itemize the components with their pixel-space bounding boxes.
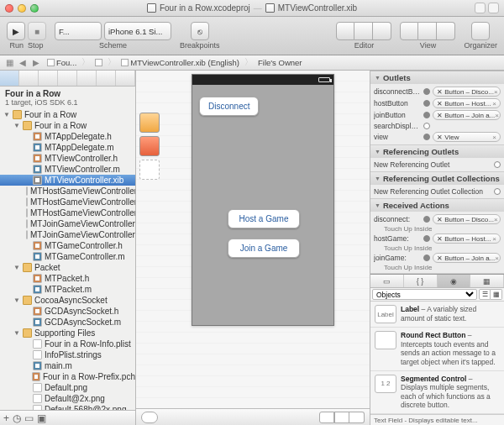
titlebar-aux-1[interactable] [475, 3, 486, 13]
action-row[interactable]: hostGame:✕ Button – Host... [374, 233, 501, 244]
library-tab-file-templates[interactable]: ▭ [370, 275, 404, 287]
tree-item[interactable]: InfoPlist.strings [0, 349, 135, 360]
ib-canvas[interactable]: Disconnect Host a Game Join a Game [136, 71, 370, 408]
scheme-target-popup[interactable]: F... [55, 22, 102, 40]
editor-standard-button[interactable] [336, 22, 354, 40]
ref-outlets-header[interactable]: Referencing Outlets [370, 145, 504, 158]
minimize-window-button[interactable] [18, 4, 26, 13]
jump-forward-button[interactable]: ▶ [30, 58, 42, 67]
ref-outlet-col-header[interactable]: Referencing Outlet Collections [370, 172, 504, 185]
tree-item[interactable]: MTJoinGameViewController.h [0, 218, 135, 229]
navigator-tab-debug[interactable] [77, 71, 97, 86]
view-debug-toggle[interactable] [418, 22, 437, 40]
simulated-device-view[interactable]: Disconnect Host a Game Join a Game [192, 74, 334, 326]
outlet-row[interactable]: disconnectButton✕ Button – Disco... [374, 86, 501, 97]
library-view-grid-button[interactable]: ▦ [491, 289, 502, 300]
tree-item[interactable]: ▼CocoaAsyncSocket [0, 295, 135, 306]
tree-item[interactable]: MTJoinGameViewController.m [0, 229, 135, 240]
library-view-list-button[interactable]: ☰ [479, 289, 491, 300]
library-tab-code-snippets[interactable]: { } [404, 275, 438, 287]
tree-item[interactable]: MTViewController.xib [0, 175, 135, 186]
tree-item[interactable]: MTViewController.h [0, 153, 135, 164]
nav-add-button[interactable]: + [3, 412, 9, 424]
tree-item[interactable]: MTHostGameViewController.h [0, 186, 135, 197]
canvas-layout-button-1[interactable] [319, 412, 334, 423]
tree-item[interactable]: MTGameController.h [0, 240, 135, 251]
tree-item[interactable]: Four in a Row-Prefix.pch [0, 371, 135, 382]
outlet-row[interactable]: searchDisplayController [374, 121, 501, 131]
nav-filter-recent-icon[interactable]: ◷ [13, 412, 21, 424]
navigator-tab-symbol[interactable] [19, 71, 39, 86]
disconnect-button[interactable]: Disconnect [199, 97, 259, 116]
editor-version-button[interactable] [373, 22, 391, 40]
received-actions-header[interactable]: Received Actions [370, 199, 504, 212]
library-tab-media[interactable]: ▦ [470, 275, 504, 287]
view-navigator-toggle[interactable] [400, 22, 418, 40]
jump-related-button[interactable]: ▦ [3, 58, 15, 67]
tree-item[interactable]: GCDAsyncSocket.m [0, 317, 135, 328]
navigator-tab-project[interactable] [0, 71, 19, 86]
action-row[interactable]: disconnect:✕ Button – Disco... [374, 213, 501, 225]
outlet-row[interactable]: hostButton✕ Button – Host... [374, 97, 501, 109]
tree-item[interactable]: Four in a Row-Info.plist [0, 338, 135, 349]
tree-item[interactable]: ▼Supporting Files [0, 328, 135, 338]
tree-item[interactable]: MTAppDelegate.m [0, 142, 135, 153]
project-header[interactable]: Four in a Row 1 target, iOS SDK 6.1 [0, 87, 135, 109]
dock-first-responder[interactable] [139, 136, 160, 156]
breakpoints-toggle[interactable]: ⎋ [191, 22, 209, 40]
jump-crumb-group[interactable] [93, 59, 104, 66]
library-item[interactable]: LabelLabel – A variably sized amount of … [370, 302, 504, 328]
dock-files-owner[interactable] [139, 113, 160, 133]
titlebar-aux-2[interactable] [488, 3, 499, 13]
library-item[interactable]: Round Rect Button – Intercepts touch eve… [370, 328, 504, 371]
library-list[interactable]: LabelLabel – A variably sized amount of … [370, 302, 504, 414]
tree-item[interactable]: Default-568h@2x.png [0, 404, 135, 410]
tree-item[interactable]: MTGameController.m [0, 251, 135, 262]
jump-crumb-file[interactable]: MTViewController.xib (English) [119, 58, 241, 67]
project-tree[interactable]: ▼Four in a Row▼Four in a RowMTAppDelegat… [0, 109, 135, 410]
outline-toggle-button[interactable] [141, 412, 158, 423]
stop-button[interactable]: ■ [28, 22, 46, 40]
jump-crumb-project[interactable]: Fou... [45, 58, 78, 67]
close-window-button[interactable] [5, 4, 13, 13]
tree-item[interactable]: MTPacket.m [0, 284, 135, 295]
navigator-tab-issue[interactable] [58, 71, 77, 86]
navigator-tab-breakpoint[interactable] [97, 71, 116, 86]
scheme-destination-popup[interactable]: iPhone 6.1 Si... [104, 22, 171, 40]
library-filter-popup[interactable]: Objects [372, 289, 477, 300]
tree-item[interactable]: ▼Packet [0, 262, 135, 273]
tree-item[interactable]: MTViewController.m [0, 164, 135, 175]
nav-filter-unsaved-icon[interactable]: ▣ [37, 412, 46, 424]
editor-assistant-button[interactable] [354, 22, 373, 40]
action-row[interactable]: joinGame:✕ Button – Join a... [374, 252, 501, 264]
tree-item[interactable]: Default.png [0, 382, 135, 393]
nav-filter-scm-icon[interactable]: ▭ [24, 412, 34, 424]
zoom-window-button[interactable] [30, 4, 39, 13]
tree-item[interactable]: GCDAsyncSocket.h [0, 306, 135, 317]
run-button[interactable]: ▶ [7, 22, 25, 40]
outlet-row[interactable]: joinButton✕ Button – Join a... [374, 109, 501, 121]
organizer-button[interactable] [471, 22, 490, 40]
tree-item[interactable]: Default@2x.png [0, 393, 135, 404]
jump-back-button[interactable]: ◀ [17, 58, 29, 67]
tree-item[interactable]: MTHostGameViewController.m [0, 197, 135, 207]
join-game-button[interactable]: Join a Game [228, 239, 300, 258]
navigator-tab-log[interactable] [116, 71, 135, 86]
outlets-header[interactable]: Outlets [370, 71, 504, 84]
view-utilities-toggle[interactable] [437, 22, 455, 40]
canvas-layout-button-3[interactable] [349, 412, 365, 423]
new-ref-outlet[interactable]: New Referencing Outlet [374, 160, 491, 169]
host-game-button[interactable]: Host a Game [228, 209, 300, 228]
canvas-layout-button-2[interactable] [334, 412, 349, 423]
outlet-row[interactable]: view✕ View [374, 131, 501, 143]
library-tab-objects[interactable]: ◉ [438, 275, 471, 287]
tree-item[interactable]: MTHostGameViewController.xib [0, 207, 135, 218]
jump-crumb-object[interactable]: File's Owner [256, 58, 304, 67]
new-ref-outlet-col[interactable]: New Referencing Outlet Collection [374, 187, 491, 196]
tree-item[interactable]: ▼Four in a Row [0, 109, 135, 120]
tree-item[interactable]: main.m [0, 360, 135, 371]
tree-item[interactable]: MTAppDelegate.h [0, 131, 135, 142]
navigator-tab-search[interactable] [39, 71, 58, 86]
tree-item[interactable]: ▼Four in a Row [0, 120, 135, 131]
dock-view[interactable] [139, 160, 160, 180]
